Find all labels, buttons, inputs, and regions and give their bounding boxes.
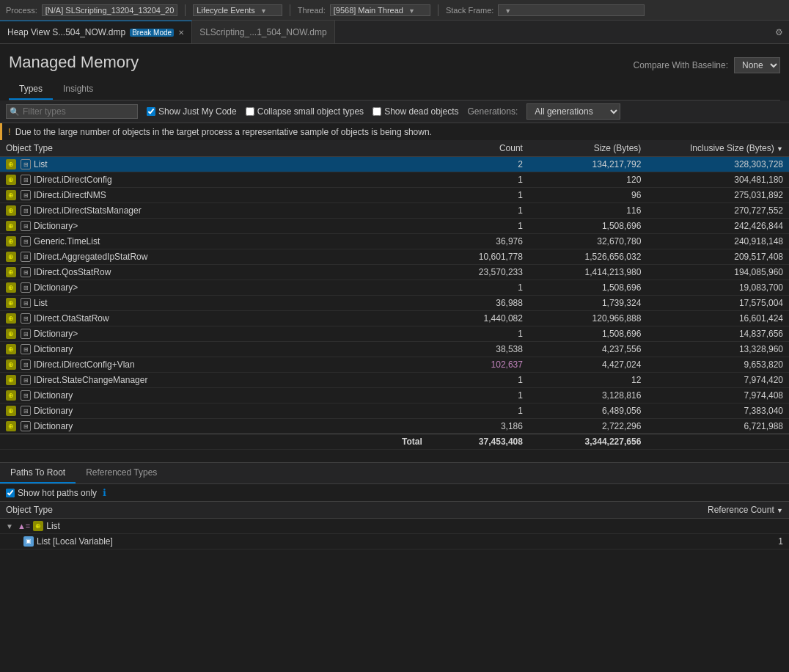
show-hot-paths-label: Show hot paths only <box>18 488 97 498</box>
table-row[interactable]: ⊕ ⊞ Generic.TimeList 36,97632,670,780240… <box>0 234 789 249</box>
table-row[interactable]: ⊕ ⊞ Dictionary> 11,508,69619,083,700 <box>0 280 789 296</box>
total-label: Total <box>0 434 434 450</box>
tab-referenced-types[interactable]: Referenced Types <box>76 463 167 483</box>
toolbar-separator-1 <box>185 4 186 16</box>
tab-heap[interactable]: Heap View S...504_NOW.dmp Break Mode ✕ <box>0 21 192 43</box>
row-type-name: IDirect.AggregatedIpStatRow <box>34 252 147 262</box>
table-row[interactable]: ⊕ ⊞ IDirect.iDirectConfig 1120304,481,18… <box>0 172 789 188</box>
row-inclusive-size: 16,601,424 <box>647 311 789 326</box>
table-row[interactable]: ⊕ ⊞ IDirect.StateChangeManager 1127,974,… <box>0 373 789 388</box>
table-row[interactable]: ⊕ ⊞ IDirect.iDirectConfig+Vlan 102,6374,… <box>0 357 789 373</box>
tab-insights[interactable]: Insights <box>53 79 103 100</box>
obj-icon: ⊕ <box>6 205 16 216</box>
ref-icon: ⊞ <box>21 298 31 308</box>
table-row[interactable]: ⊕ ⊞ List 36,9881,739,32417,575,004 <box>0 296 789 311</box>
row-inclusive-size: 13,328,960 <box>647 342 789 357</box>
row-size: 3,128,816 <box>529 388 647 403</box>
table-row[interactable]: ⊕ ⊞ IDirect.OtaStatRow 1,440,082120,966,… <box>0 311 789 326</box>
table-row[interactable]: ⊕ ⊞ List 2134,217,792328,303,728 <box>0 157 789 172</box>
warning-text: Due to the large number of objects in th… <box>15 127 432 137</box>
row-type-name: Dictionary <box>34 406 73 416</box>
tab-paths-to-root[interactable]: Paths To Root <box>0 463 76 483</box>
search-icon: 🔍 <box>10 107 20 117</box>
table-row[interactable]: ⊕ ⊞ Dictionary 38,5384,237,55613,328,960 <box>0 342 789 357</box>
table-row[interactable]: ⊕ ⊞ IDirect.AggregatedIpStatRow 10,601,7… <box>0 249 789 265</box>
tab-heap-close[interactable]: ✕ <box>178 29 184 37</box>
table-row[interactable]: ⊕ ⊞ IDirect.iDirectNMS 196275,031,892 <box>0 188 789 203</box>
row-size: 134,217,792 <box>529 157 647 172</box>
row-inclusive-size: 9,653,820 <box>647 357 789 373</box>
row-count: 1 <box>434 326 529 342</box>
table-row[interactable]: ⊕ ⊞ Dictionary 13,128,8167,974,408 <box>0 388 789 403</box>
table-row[interactable]: ⊕ ⊞ IDirect.QosStatRow 23,570,2331,414,2… <box>0 265 789 280</box>
col-header-count[interactable]: Count <box>434 140 529 157</box>
bottom-col-object-type[interactable]: Object Type <box>0 502 552 519</box>
table-row[interactable]: ⊕ ⊞ Dictionary 3,1862,722,2966,721,988 <box>0 419 789 434</box>
obj-icon: ⊕ <box>6 175 16 185</box>
section-tabs: Types Insights <box>9 79 780 101</box>
row-count: 1 <box>434 172 529 188</box>
row-count: 10,601,778 <box>434 249 529 265</box>
tree-expand-icon[interactable]: ▼ <box>6 522 13 530</box>
obj-icon: ⊕ <box>6 252 16 262</box>
collapse-small-label: Collapse small object types <box>257 106 364 117</box>
col-header-inclusive-size[interactable]: Inclusive Size (Bytes) <box>647 140 789 157</box>
table-row[interactable]: ⊕ ⊞ Dictionary> 11,508,696242,426,844 <box>0 219 789 234</box>
row-size: 96 <box>529 188 647 203</box>
tab-bar: Heap View S...504_NOW.dmp Break Mode ✕ S… <box>0 21 789 44</box>
data-table-wrapper[interactable]: Object Type Count Size (Bytes) Inclusive… <box>0 140 789 463</box>
ref-icon: ⊞ <box>21 236 31 246</box>
row-count: 23,570,233 <box>434 265 529 280</box>
row-inclusive-size: 328,303,728 <box>647 157 789 172</box>
bottom-tree-root-row[interactable]: ▼ ▲= ⊕ List <box>0 519 789 534</box>
generations-label: Generations: <box>468 106 518 117</box>
row-inclusive-size: 209,517,408 <box>647 249 789 265</box>
table-row[interactable]: ⊕ ⊞ Dictionary 16,489,0567,383,040 <box>0 403 789 419</box>
row-count: 1,440,082 <box>434 311 529 326</box>
tab-scripting[interactable]: SLScripting_...1_504_NOW.dmp <box>192 21 334 43</box>
row-count: 2 <box>434 157 529 172</box>
gear-icon[interactable]: ⚙ <box>775 27 783 37</box>
total-row: Total 37,453,408 3,344,227,656 <box>0 434 789 450</box>
show-hot-paths-checkbox[interactable]: Show hot paths only <box>6 488 97 498</box>
show-just-my-code-checkbox[interactable]: Show Just My Code <box>147 106 237 117</box>
row-type-name: IDirect.iDirectStatsManager <box>34 205 142 216</box>
stack-frame-label: Stack Frame: <box>446 6 493 15</box>
bottom-col-ref-count[interactable]: Reference Count ▼ <box>552 502 789 519</box>
compare-dropdown[interactable]: None <box>734 57 780 73</box>
bottom-tree-child-row[interactable]: ▣ List [Local Variable] 1 <box>0 534 789 549</box>
col-header-object-type[interactable]: Object Type <box>0 140 434 157</box>
bottom-table-wrapper[interactable]: Object Type Reference Count ▼ ▼ ▲= ⊕ Lis… <box>0 502 789 617</box>
row-inclusive-size: 7,974,408 <box>647 388 789 403</box>
thread-dropdown[interactable]: [9568] Main Thread ▼ <box>330 4 430 16</box>
collapse-small-checkbox[interactable]: Collapse small object types <box>246 106 364 117</box>
row-count: 1 <box>434 188 529 203</box>
top-toolbar: Process: [N/A] SLScripting_13204_13204_2… <box>0 0 789 21</box>
ref-icon: ⊞ <box>21 344 31 354</box>
root-ref-count <box>552 519 789 534</box>
table-row[interactable]: ⊕ ⊞ IDirect.iDirectStatsManager 1116270,… <box>0 203 789 219</box>
row-type-name: IDirect.iDirectConfig <box>34 175 112 185</box>
table-row[interactable]: ⊕ ⊞ Dictionary> 11,508,69614,837,656 <box>0 326 789 342</box>
stack-frame-dropdown[interactable]: ▼ <box>498 4 645 16</box>
row-inclusive-size: 304,481,180 <box>647 172 789 188</box>
filter-input-wrapper[interactable]: 🔍 <box>6 104 138 119</box>
row-count: 38,538 <box>434 342 529 357</box>
ref-icon: ⊞ <box>21 359 31 370</box>
row-count: 36,976 <box>434 234 529 249</box>
show-dead-checkbox[interactable]: Show dead objects <box>373 106 458 117</box>
row-size: 1,508,696 <box>529 326 647 342</box>
info-icon[interactable]: ℹ <box>103 487 106 498</box>
generations-dropdown[interactable]: All generations <box>526 103 620 120</box>
row-size: 12 <box>529 373 647 388</box>
lifecycle-dropdown[interactable]: Lifecycle Events ▼ <box>193 4 282 16</box>
row-inclusive-size: 14,837,656 <box>647 326 789 342</box>
tab-types[interactable]: Types <box>9 79 53 100</box>
ref-icon: ⊞ <box>21 390 31 401</box>
bottom-tabs: Paths To Root Referenced Types <box>0 463 789 484</box>
col-header-size[interactable]: Size (Bytes) <box>529 140 647 157</box>
row-inclusive-size: 194,085,960 <box>647 265 789 280</box>
filter-input[interactable] <box>23 106 125 117</box>
tab-heap-label: Heap View S...504_NOW.dmp <box>7 27 125 37</box>
obj-icon: ⊕ <box>6 313 16 324</box>
